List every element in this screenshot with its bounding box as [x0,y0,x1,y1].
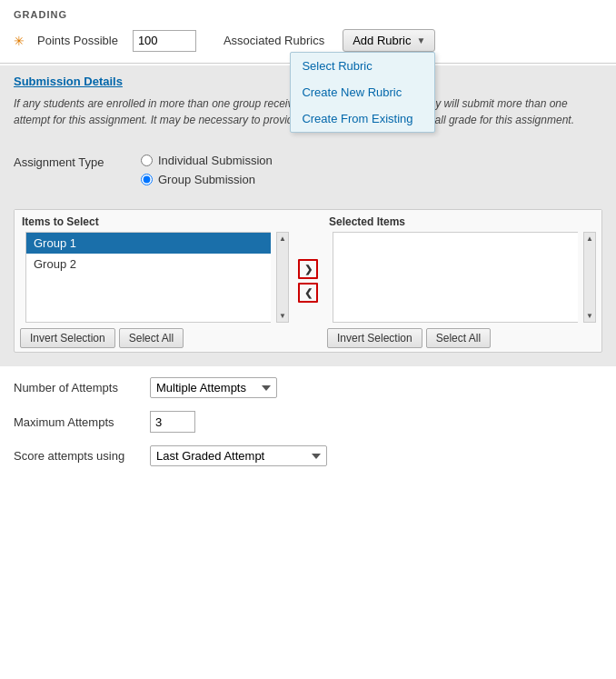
selection-boxes-wrapper: Items to Select Group 1 Group 2 ▲ ▼ Inve… [14,209,602,353]
grading-title: GRADING [14,9,602,20]
number-of-attempts-label: Number of Attempts [14,381,141,394]
right-selection-actions: Invert Selection Select All [322,323,601,352]
left-select-all-button[interactable]: Select All [119,328,184,348]
chevron-down-icon: ▼ [416,35,425,45]
right-invert-selection-button[interactable]: Invert Selection [327,328,422,348]
add-rubric-button[interactable]: Add Rubric ▼ [343,29,435,52]
grading-section: GRADING ✳ Points Possible Associated Rub… [0,0,616,52]
individual-label: Individual Submission [158,154,273,167]
assignment-type-label: Assignment Type [14,154,123,169]
assignment-type-section: Assignment Type Individual Submission Gr… [0,137,616,200]
assignment-type-radio-group: Individual Submission Group Submission [141,154,273,186]
right-list [333,232,578,323]
left-selection-actions: Invert Selection Select All [15,323,294,352]
scroll-up-icon: ▲ [586,235,593,243]
group-label: Group Submission [158,173,255,186]
right-scrollbar: ▲ ▼ [583,232,596,323]
number-of-attempts-select[interactable]: Multiple Attempts Single Attempt Unlimit… [150,377,277,398]
transfer-buttons: ❯ ❮ [294,210,322,352]
individual-radio[interactable] [141,155,153,166]
score-attempts-row: Score attempts using Last Graded Attempt… [14,445,602,466]
maximum-attempts-row: Maximum Attempts [14,411,602,433]
left-scrollbar: ▲ ▼ [276,232,289,323]
scroll-up-icon: ▲ [279,235,286,243]
items-to-select-box: Items to Select Group 1 Group 2 ▲ ▼ Inve… [15,210,294,352]
selected-items-header: Selected Items [322,210,601,232]
right-select-all-button[interactable]: Select All [426,328,491,348]
dropdown-select-rubric[interactable]: Select Rubric [291,53,434,79]
left-invert-selection-button[interactable]: Invert Selection [20,328,115,348]
points-input[interactable] [133,30,196,52]
score-attempts-label: Score attempts using [14,449,141,463]
maximum-attempts-label: Maximum Attempts [14,415,141,429]
list-item[interactable]: Group 1 [26,233,271,254]
assignment-type-row: Assignment Type Individual Submission Gr… [14,154,602,186]
associated-rubrics-label: Associated Rubrics [224,34,324,47]
number-of-attempts-row: Number of Attempts Multiple Attempts Sin… [14,377,602,398]
move-left-button[interactable]: ❮ [298,283,318,303]
scroll-down-icon: ▼ [279,312,286,320]
selection-box-section: Items to Select Group 1 Group 2 ▲ ▼ Inve… [0,200,616,366]
group-submission-option[interactable]: Group Submission [141,173,273,186]
individual-submission-option[interactable]: Individual Submission [141,154,273,167]
list-item[interactable]: Group 2 [26,254,271,275]
items-to-select-header: Items to Select [15,210,294,232]
maximum-attempts-input[interactable] [150,411,195,433]
scroll-down-icon: ▼ [586,312,593,320]
left-list: Group 1 Group 2 [25,232,271,323]
selected-items-box: Selected Items ▲ ▼ Invert Selection Sele… [322,210,601,352]
add-rubric-wrapper: Add Rubric ▼ Select Rubric Create New Ru… [333,29,435,52]
add-rubric-label: Add Rubric [353,34,411,47]
group-radio[interactable] [141,174,153,185]
move-right-button[interactable]: ❯ [298,259,318,279]
score-attempts-select[interactable]: Last Graded Attempt First Graded Attempt… [150,445,327,466]
rubric-dropdown: Select Rubric Create New Rubric Create F… [290,52,435,133]
dropdown-create-from-existing[interactable]: Create From Existing [291,105,434,132]
attempts-section: Number of Attempts Multiple Attempts Sin… [0,366,616,490]
points-possible-label: Points Possible [37,34,118,47]
points-row: ✳ Points Possible Associated Rubrics Add… [14,29,602,52]
dropdown-create-new-rubric[interactable]: Create New Rubric [291,79,434,105]
submission-details-link[interactable]: Submission Details [14,75,123,88]
required-star: ✳ [14,34,25,48]
